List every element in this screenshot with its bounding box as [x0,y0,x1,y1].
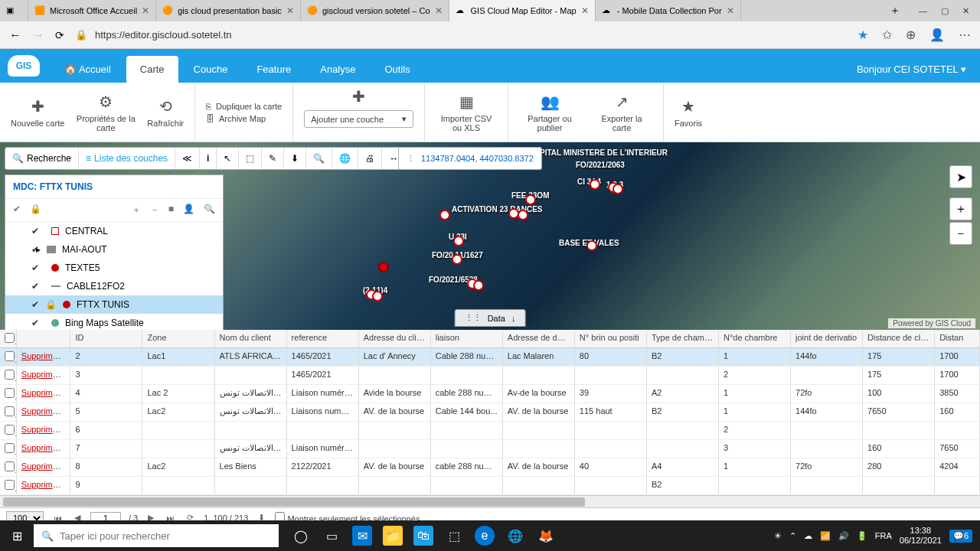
tray-battery-icon[interactable]: 🔋 [857,531,867,541]
grid-cell[interactable]: Supprimer ... [17,367,71,384]
grid-cell[interactable]: Supprimer ... [17,422,71,439]
window-maximize[interactable]: ▢ [941,6,949,16]
grid-cell[interactable] [0,348,17,366]
refresh-button[interactable]: ⟲Rafraîchir [147,97,184,128]
table-row[interactable]: Supprimer ...2Lac1ATLS AFRICA t...1465/2… [0,348,980,367]
window-close[interactable]: ✕ [962,6,969,16]
grid-header-cell[interactable]: joint de derivatio [791,330,863,347]
layer-row[interactable]: ✔ CABLE12FO2 [5,277,223,295]
map-feature-point[interactable] [612,184,623,194]
layer-user[interactable]: 👤 [183,204,194,217]
grid-header-cell[interactable]: ID [70,330,142,347]
grid-header-cell[interactable]: N°de chambre [719,330,791,347]
table-row[interactable]: Supprimer ...8Lac2Les Biens2122/2021AV. … [0,458,980,477]
nav-tab-accueil[interactable]: 🏠 Accueil [51,56,125,83]
layer-row[interactable]: ✔ Bing Maps Satellite [5,314,223,330]
task-view-icon[interactable]: ◯ [291,526,311,546]
info-tool[interactable]: i [200,148,217,169]
zoom-in-button[interactable]: ＋ [949,197,972,220]
profile-icon[interactable]: 👤 [929,28,945,42]
nav-tab-analyse[interactable]: Analyse [306,56,369,83]
search-button[interactable]: 🔍 Recherche [5,148,79,169]
grid-header-cell[interactable]: N° brin ou positi [575,330,647,347]
export-map-button[interactable]: ↗Exporter la carte [591,93,652,132]
map-feature-point[interactable] [473,280,484,291]
grid-header-cell[interactable]: Type de chambre [647,330,719,347]
layer-remove[interactable]: － [150,204,159,217]
layer-row[interactable]: ✔🔒 FTTX TUNIS [5,295,223,314]
tray-chevron-icon[interactable]: ⌃ [789,531,796,541]
tray-notifications[interactable]: 💬6 [949,530,972,543]
locate-button[interactable]: ➤ [949,165,972,188]
grid-header-cell[interactable]: Adresse de deriv [503,330,575,347]
favorite-icon[interactable]: ★ [858,28,868,42]
map-properties-button[interactable]: ⚙Propriétés de la carte [75,93,136,132]
layer-row[interactable]: ✔ TEXTE5 [5,259,223,277]
grid-header-cell[interactable]: Zone [142,330,214,347]
windows-search[interactable]: 🔍 Taper ici pour rechercher [34,524,279,547]
table-row[interactable]: Supprimer ...62 [0,422,980,440]
table-row[interactable]: Supprimer ...9B2 [0,477,980,495]
tray-clock[interactable]: 13:3806/12/2021 [900,526,942,546]
import-csv-button[interactable]: ▦Importer CSV ou XLS [436,93,497,132]
grid-header-cell[interactable]: reference [287,330,359,347]
grid-cell[interactable] [0,367,17,384]
grid-header-cell[interactable]: Distance de clien [863,330,935,347]
layer-folder[interactable]: ■ [168,204,174,217]
firefox-icon[interactable]: 🦊 [536,526,556,546]
add-layer-dropdown[interactable]: Ajouter une couche▾ [304,110,413,128]
map-feature-point[interactable] [453,236,464,246]
grid-cell[interactable] [0,440,17,458]
duplicate-map-button[interactable]: ⎘Dupliquer la carte [206,102,282,111]
layer-row[interactable]: ✔▸ MAI-AOUT [5,240,223,259]
data-panel-toggle[interactable]: ⋮⋮ Data ↓ [455,309,526,327]
grid-cell[interactable] [0,385,17,403]
grid-cell[interactable] [0,458,17,476]
map-feature-point[interactable] [372,291,383,302]
archive-map-button[interactable]: 🗄Archive Map [206,114,282,123]
map-feature-point[interactable] [452,254,462,265]
layer-lock-all[interactable]: 🔒 [30,204,41,217]
map-feature-point[interactable] [525,194,536,205]
user-menu[interactable]: Bonjour CEI SOTETEL ▾ [857,64,980,83]
new-map-button[interactable]: ✚Nouvelle carte [11,97,64,128]
app-logo[interactable]: GIS [0,55,51,83]
collapse-button[interactable]: ≪ [175,148,200,169]
grid-header-cell[interactable]: Adresse du client [359,330,431,347]
edit-tool[interactable]: ✎ [262,148,284,169]
table-row[interactable]: Supprimer ...5Lac2العامة الاتصالات تونسL… [0,403,980,422]
grid-cell[interactable]: Supprimer ... [17,385,71,403]
grid-cell[interactable]: Supprimer ... [17,403,71,421]
url-field[interactable]: 🔒 https://editor.giscloud.sotetel.tn [75,29,847,41]
map-feature-point[interactable] [590,179,600,190]
nav-tab-outils[interactable]: Outils [371,56,423,83]
download-tool[interactable]: ⬇ [284,148,306,169]
window-minimize[interactable]: ― [919,6,927,16]
browser-tab[interactable]: 🟧Microsoft Office Accueil✕ [28,0,156,21]
layer-add[interactable]: ＋ [132,204,141,217]
dropbox-icon[interactable]: ⬚ [444,526,464,546]
outlook-icon[interactable]: ✉ [352,526,372,546]
layer-list-button[interactable]: ≡ Liste des couches [79,148,175,169]
grid-cell[interactable]: Supprimer ... [17,348,71,366]
horizontal-scrollbar[interactable] [0,495,980,507]
map-feature-point[interactable] [518,210,528,220]
tray-language[interactable]: FRA [875,531,892,540]
layer-row[interactable]: ✔ CENTRAL [5,222,223,240]
grid-header-cell[interactable] [0,330,17,347]
map-canvas[interactable]: 🔍 Recherche ≡ Liste des couches ≪ i ↖ ⬚ … [0,142,980,330]
layer-visible-all[interactable]: ✔ [13,204,21,217]
start-button[interactable]: ⊞ [0,529,34,543]
layer-search[interactable]: 🔍 [204,204,215,217]
browser-tab[interactable]: 🟠gis cloud presentation basic✕ [156,0,301,21]
globe-tool[interactable]: 🌐 [332,148,358,169]
tray-volume-icon[interactable]: 🔊 [838,531,849,541]
grid-cell[interactable]: Supprimer ... [17,458,71,476]
grid-header-cell[interactable]: Distan [935,330,980,347]
map-feature-point[interactable] [439,210,450,220]
zoom-tool[interactable]: 🔍 [306,148,332,169]
nav-tab-couche[interactable]: Couche [180,56,242,83]
explorer-icon[interactable]: 📁 [383,526,403,546]
tray-onedrive-icon[interactable]: ☁ [804,531,812,541]
grid-cell[interactable] [0,477,17,494]
